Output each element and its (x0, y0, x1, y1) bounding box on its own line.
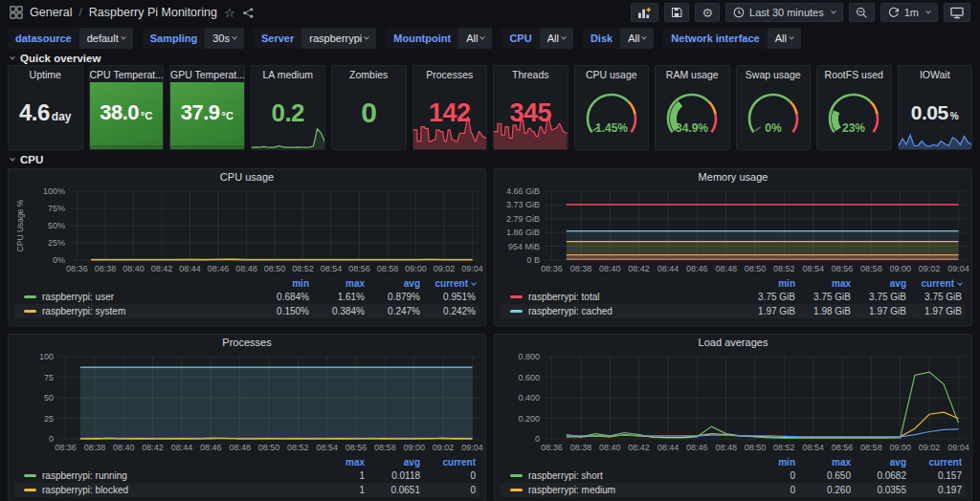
panel-title[interactable]: Processes (14, 337, 479, 354)
legend-series-toggle[interactable]: raspberrypi: system (24, 306, 254, 316)
variable-value-dropdown[interactable]: All (458, 28, 492, 49)
legend-column-avg[interactable]: avg (851, 278, 906, 289)
stat-swap-usage: Swap usage0% (736, 65, 812, 150)
legend-row: raspberrypi: blocked10.06510 (14, 483, 479, 497)
legend-column-min[interactable]: min (740, 457, 795, 468)
kiosk-mode-button[interactable] (944, 3, 970, 22)
gauge: 23% (817, 82, 891, 149)
stat-panel-title[interactable]: Zombies (332, 66, 406, 81)
legend-column-avg[interactable]: avg (365, 457, 420, 468)
legend-column-current[interactable]: current (906, 457, 962, 468)
section-quick-overview[interactable]: Quick overview (8, 52, 972, 65)
section-cpu[interactable]: CPU (8, 153, 972, 166)
stat-panel-title[interactable]: GPU Temperat... (170, 66, 244, 81)
stat-cpu-usage: CPU usage1.45% (574, 65, 650, 150)
legend-series-label: raspberrypi: short (528, 470, 603, 481)
legend-column-current[interactable]: current (420, 457, 476, 468)
legend-column-max[interactable]: max (309, 278, 365, 289)
legend-column-min[interactable]: min (740, 278, 795, 289)
stat-panel-title[interactable]: RootFS used (817, 66, 891, 81)
stat-panel-title[interactable]: Swap usage (737, 66, 811, 81)
legend-row: raspberrypi: total3.75 GiB3.75 GiB3.75 G… (501, 290, 966, 304)
legend-series-label: raspberrypi: cached (528, 306, 612, 316)
x-tick: 08:56 (832, 264, 854, 273)
y-axis-ticks: 100%75%50%25%0% (26, 188, 70, 263)
chart-area: 0.8000.6000.4000.2000 (501, 354, 966, 442)
stat-panel-title[interactable]: CPU usage (575, 66, 649, 81)
legend-value: 1.98 GiB (795, 306, 851, 316)
nav-actions: ⚙ Last 30 minutes 1m (631, 3, 970, 22)
dashboard-settings-button[interactable]: ⚙ (695, 3, 720, 22)
legend-series-toggle[interactable]: raspberrypi: total (510, 292, 740, 302)
variable-datasource: datasourcedefault (8, 28, 133, 49)
series-color-swatch (510, 474, 523, 477)
legend-value: 0.197 (906, 485, 962, 495)
stat-panel-title[interactable]: CPU Temperat... (90, 66, 164, 81)
legend-value: 0.157 (906, 470, 962, 481)
variable-value-dropdown[interactable]: 30s (205, 28, 244, 49)
add-panel-icon (637, 7, 652, 19)
chevron-down-icon (831, 9, 836, 14)
legend-column-avg[interactable]: avg (365, 278, 420, 289)
gauge: 1.45% (575, 82, 649, 149)
legend-value: 3.75 GiB (795, 292, 851, 302)
panel-title[interactable]: CPU usage (14, 171, 479, 188)
variable-value-dropdown[interactable]: raspberrypi (301, 28, 376, 49)
dashboard-body: Quick overview Uptime4.6dayCPU Temperat.… (0, 52, 980, 501)
variable-value-dropdown[interactable]: default (79, 28, 133, 49)
add-panel-button[interactable] (631, 3, 658, 22)
zoom-out-time-button[interactable] (849, 3, 875, 22)
share-icon[interactable] (242, 7, 255, 19)
variable-value-dropdown[interactable]: All (768, 28, 801, 49)
legend-series-toggle[interactable]: raspberrypi: medium (510, 485, 740, 495)
star-icon[interactable]: ☆ (224, 7, 235, 19)
legend-series-toggle[interactable]: raspberrypi: user (24, 292, 254, 302)
y-tick: 1.86 GiB (506, 228, 540, 237)
legend-series-toggle[interactable]: raspberrypi: running (24, 470, 309, 481)
stat-panel-title[interactable]: LA medium (252, 66, 325, 81)
x-tick: 08:38 (95, 264, 117, 273)
stat-body: 345 (494, 82, 568, 149)
variable-sampling: Sampling30s (143, 28, 244, 49)
save-dashboard-button[interactable] (664, 3, 689, 22)
dashboards-grid-icon[interactable] (10, 6, 23, 19)
variable-server: Serverraspberrypi (254, 28, 376, 49)
legend-series-toggle[interactable]: raspberrypi: blocked (24, 485, 309, 495)
legend-column-current[interactable]: current (906, 278, 962, 289)
legend-value: 0 (420, 470, 476, 481)
legend-value: 0.650 (795, 470, 851, 481)
legend-column-max[interactable]: max (309, 457, 365, 468)
stat-panel-title[interactable]: Uptime (9, 66, 82, 81)
x-tick: 08:42 (142, 443, 164, 452)
legend-column-min[interactable]: min (254, 278, 309, 289)
legend-series-toggle[interactable]: raspberrypi: short (510, 470, 740, 481)
x-tick: 08:36 (66, 264, 88, 273)
refresh-button[interactable]: 1m (880, 3, 938, 22)
stat-panel-title[interactable]: Processes (413, 66, 487, 81)
panel-title[interactable]: Load averages (501, 337, 966, 354)
legend-value: 0.260 (795, 485, 851, 495)
plot-area (545, 188, 966, 263)
stat-rootfs-used: RootFS used23% (816, 65, 892, 150)
variable-value-dropdown[interactable]: All (620, 28, 654, 49)
gear-icon: ⚙ (702, 7, 713, 19)
legend-column-max[interactable]: max (795, 457, 851, 468)
variable-value-dropdown[interactable]: All (540, 28, 573, 49)
stat-value: 142 (413, 98, 487, 127)
stat-panel-title[interactable]: Threads (494, 66, 568, 81)
time-range-picker[interactable]: Last 30 minutes (725, 3, 843, 22)
panel-title[interactable]: Memory usage (501, 171, 966, 188)
breadcrumb-section[interactable]: General (30, 6, 72, 19)
x-tick: 09:00 (403, 443, 425, 452)
stat-panel-title[interactable]: IOWait (899, 66, 972, 81)
series-color-swatch (24, 295, 36, 298)
legend-series-toggle[interactable]: raspberrypi: cached (510, 306, 740, 316)
chevron-down-icon (925, 9, 931, 14)
series-color-swatch (24, 310, 36, 313)
x-tick: 08:40 (599, 443, 621, 452)
legend-column-avg[interactable]: avg (851, 457, 906, 468)
legend-column-current[interactable]: current (420, 278, 476, 289)
legend-column-max[interactable]: max (795, 278, 851, 289)
stat-panel-title[interactable]: RAM usage (656, 66, 729, 81)
chart-area: CPU Usage %100%75%50%25%0% (14, 188, 479, 263)
